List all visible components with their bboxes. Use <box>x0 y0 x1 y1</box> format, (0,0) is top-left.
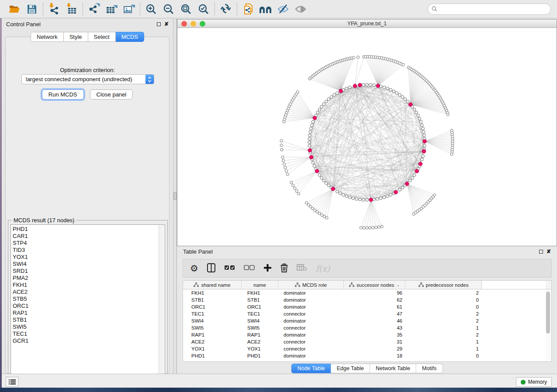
splitter-grip[interactable] <box>173 192 176 200</box>
mcds-result-item[interactable]: RAP1 <box>13 309 158 316</box>
hide-graphics-details-button[interactable] <box>277 3 290 16</box>
tab-motifs[interactable]: Motifs <box>416 364 443 373</box>
mcds-result-item[interactable]: STP4 <box>13 240 158 247</box>
open-session-button[interactable] <box>8 3 21 16</box>
export-image-button[interactable] <box>122 3 135 16</box>
criterion-dropdown[interactable]: largest connected component (undirected) <box>21 74 154 84</box>
import-network-button[interactable] <box>48 3 61 16</box>
cell: RAP1 <box>183 331 242 338</box>
first-neighbors-icon <box>259 4 272 14</box>
close-panel-button[interactable]: Close panel <box>90 89 133 100</box>
table-scrollbar[interactable] <box>545 290 551 361</box>
save-session-button[interactable] <box>25 3 38 16</box>
tab-mcds[interactable]: MCDS <box>116 32 144 42</box>
control-panel-close-button[interactable]: ✘ <box>164 21 169 27</box>
list-icon <box>9 379 16 385</box>
zoom-out-button[interactable] <box>162 3 175 16</box>
first-neighbors-button[interactable] <box>259 3 272 16</box>
zoom-fit-icon <box>180 3 192 15</box>
table-row[interactable]: YOX1YOX1connector291 <box>183 345 551 352</box>
table-panel: Table Panel ✘ ⚙f(x) shared namenameMCDS … <box>177 247 557 374</box>
show-graphics-details-icon <box>294 4 307 14</box>
mcds-result-item[interactable]: ACE2 <box>13 289 158 296</box>
clone-network-button[interactable] <box>242 3 255 16</box>
workspace-area: YPA_prune.txt_1 Table Panel ✘ ⚙f(x) shar… <box>177 18 557 374</box>
mcds-result-item[interactable]: TEC1 <box>13 330 158 337</box>
show-graphics-details-button[interactable] <box>294 3 307 16</box>
tab-style[interactable]: Style <box>64 32 88 42</box>
select-all-button[interactable] <box>224 265 235 272</box>
mcds-result-item[interactable]: PHD1 <box>13 226 158 233</box>
toolbar-group <box>43 3 83 16</box>
table-row[interactable]: TEC1TEC1connector472 <box>183 310 551 317</box>
add-column-button[interactable] <box>263 264 272 273</box>
memory-button[interactable]: Memory <box>516 377 552 387</box>
column-label: predecessor nodes <box>426 282 469 288</box>
search-input[interactable] <box>428 3 551 15</box>
column-header-successor-nodes[interactable]: successor nodes⌄ <box>344 281 405 289</box>
cell <box>482 310 546 317</box>
status-bar: Memory <box>2 374 557 388</box>
apply-layout-button[interactable] <box>219 3 232 16</box>
cell: 1 <box>405 338 482 345</box>
cell: SWI4 <box>183 317 242 324</box>
table-row[interactable]: SWI5SWI5connector431 <box>183 324 551 331</box>
mcds-result-item[interactable]: STB5 <box>13 296 158 303</box>
automation-panel-button[interactable] <box>6 377 19 387</box>
table-row[interactable]: SWI4SWI4dominator462 <box>183 317 551 324</box>
search-icon <box>432 6 437 12</box>
mcds-result-item[interactable]: SWI4 <box>13 261 158 268</box>
table-options-button[interactable]: ⚙ <box>190 264 198 273</box>
column-visibility-button[interactable] <box>207 263 215 274</box>
table-scrollbar-thumb[interactable] <box>546 292 550 334</box>
table-panel-tabs: Node TableEdge TableNetwork TableMotifs <box>291 364 443 373</box>
table-row[interactable]: RAP1RAP1dominator352 <box>183 331 551 338</box>
export-table-button[interactable] <box>105 3 118 16</box>
clone-network-icon <box>243 3 254 15</box>
cell: 18 <box>344 352 405 359</box>
table-row[interactable]: ACE2ACE2connector311 <box>183 338 551 345</box>
mcds-result-item[interactable]: SWI5 <box>13 323 158 330</box>
delete-column-button[interactable] <box>280 263 288 274</box>
export-network-button[interactable] <box>87 3 100 16</box>
zoom-selected-button[interactable] <box>197 3 210 16</box>
mcds-result-item[interactable]: PMA2 <box>13 275 158 282</box>
mcds-result-item[interactable]: TID3 <box>13 247 158 254</box>
cell: dominator <box>278 289 344 296</box>
zoom-in-button[interactable] <box>145 3 158 16</box>
mcds-result-item[interactable]: CAR1 <box>13 233 158 240</box>
mcds-result-item[interactable]: FKH1 <box>13 282 158 289</box>
mcds-result-item[interactable]: YOX1 <box>13 254 158 261</box>
tab-network-table[interactable]: Network Table <box>370 364 416 373</box>
mcds-result-item[interactable]: SRD1 <box>13 268 158 275</box>
mcds-result-item[interactable]: STB1 <box>13 316 158 323</box>
table-panel-close-button[interactable]: ✘ <box>547 249 551 254</box>
cell: 0 <box>405 303 482 310</box>
select-all-icon <box>224 265 235 272</box>
network-canvas[interactable] <box>177 28 557 246</box>
tab-network[interactable]: Network <box>31 32 64 42</box>
table-row[interactable]: FKH1FKH1dominator962 <box>183 289 551 296</box>
column-header-shared-name[interactable]: shared name <box>183 281 242 289</box>
tab-edge-table[interactable]: Edge Table <box>331 364 370 373</box>
mcds-result-scrollbar[interactable] <box>159 225 164 378</box>
table-row[interactable]: ORC1ORC1dominator610 <box>183 303 551 310</box>
tab-node-table[interactable]: Node Table <box>291 364 331 373</box>
cell: ORC1 <box>183 303 242 310</box>
mcds-result-item[interactable]: ORC1 <box>13 303 158 309</box>
table-row[interactable]: PHD1PHD1dominator180 <box>183 352 551 359</box>
run-mcds-button[interactable]: Run MCDS <box>42 89 84 100</box>
toolbar-group <box>140 3 214 16</box>
column-header-predecessor-nodes[interactable]: predecessor nodes <box>405 281 482 289</box>
column-header-name[interactable]: name <box>242 281 278 289</box>
control-panel-float-button[interactable] <box>157 22 161 26</box>
cell <box>482 331 546 338</box>
deselect-all-button[interactable] <box>244 265 255 272</box>
table-row[interactable]: STB1STB1dominator620 <box>183 296 551 303</box>
zoom-fit-button[interactable] <box>180 3 193 16</box>
mcds-result-item[interactable]: GCR1 <box>13 337 158 344</box>
table-panel-float-button[interactable] <box>539 250 543 254</box>
import-table-button[interactable] <box>65 3 78 16</box>
column-header-MCDS-role[interactable]: MCDS role <box>278 281 344 289</box>
tab-select[interactable]: Select <box>88 32 116 42</box>
